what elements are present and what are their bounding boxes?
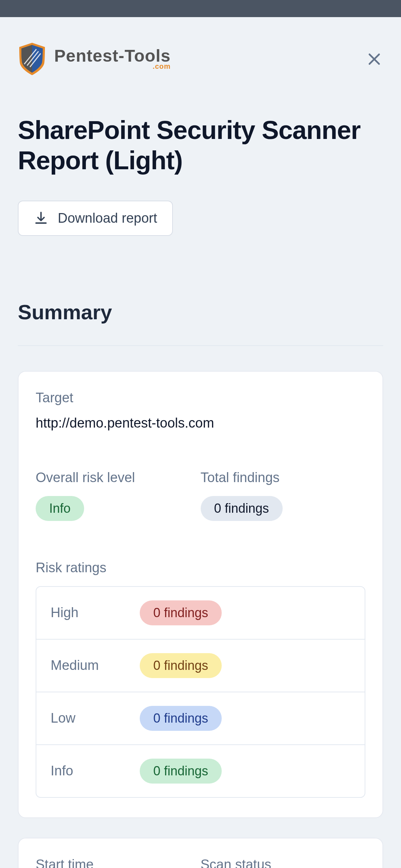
content-container: Pentest-Tools .com SharePoint Security S… bbox=[0, 17, 401, 868]
overall-risk-badge: Info bbox=[36, 496, 84, 521]
close-button[interactable] bbox=[365, 50, 383, 68]
risk-ratings-section: Risk ratings High0 findingsMedium0 findi… bbox=[36, 560, 365, 798]
risk-row: Medium0 findings bbox=[36, 640, 365, 692]
risk-ratings-table: High0 findingsMedium0 findingsLow0 findi… bbox=[36, 586, 365, 798]
risk-name: Medium bbox=[51, 658, 140, 673]
scan-status-label: Scan status bbox=[201, 857, 366, 868]
risk-name: Info bbox=[51, 763, 140, 779]
shield-icon bbox=[18, 42, 46, 76]
risk-name: High bbox=[51, 605, 140, 620]
brand-logo: Pentest-Tools .com bbox=[18, 42, 171, 76]
header-row: Pentest-Tools .com bbox=[18, 42, 383, 76]
brand-text: Pentest-Tools .com bbox=[54, 47, 171, 71]
download-report-button[interactable]: Download report bbox=[18, 201, 173, 236]
download-icon bbox=[34, 211, 48, 226]
summary-heading: Summary bbox=[18, 300, 383, 324]
start-time-label: Start time bbox=[36, 857, 201, 868]
risk-findings-row: Overall risk level Info Total findings 0… bbox=[36, 470, 365, 521]
close-icon bbox=[366, 51, 382, 67]
overall-risk-label: Overall risk level bbox=[36, 470, 201, 485]
divider bbox=[18, 345, 383, 346]
brand-suffix: .com bbox=[54, 62, 171, 71]
risk-ratings-label: Risk ratings bbox=[36, 560, 365, 575]
risk-name: Low bbox=[51, 711, 140, 726]
top-bar bbox=[0, 0, 401, 17]
meta-card: Start time Scan status bbox=[18, 838, 383, 868]
risk-findings-badge: 0 findings bbox=[140, 653, 222, 678]
download-label: Download report bbox=[58, 211, 157, 226]
total-findings-col: Total findings 0 findings bbox=[201, 470, 366, 521]
risk-row: High0 findings bbox=[36, 587, 365, 640]
risk-findings-badge: 0 findings bbox=[140, 706, 222, 731]
brand-name: Pentest-Tools bbox=[54, 47, 171, 64]
total-findings-label: Total findings bbox=[201, 470, 366, 485]
risk-row: Low0 findings bbox=[36, 692, 365, 745]
target-label: Target bbox=[36, 390, 365, 405]
overall-risk-col: Overall risk level Info bbox=[36, 470, 201, 521]
risk-findings-badge: 0 findings bbox=[140, 600, 222, 625]
target-value: http://demo.pentest-tools.com bbox=[36, 415, 365, 431]
total-findings-badge: 0 findings bbox=[201, 496, 283, 521]
risk-findings-badge: 0 findings bbox=[140, 759, 222, 784]
risk-row: Info0 findings bbox=[36, 745, 365, 797]
summary-card: Target http://demo.pentest-tools.com Ove… bbox=[18, 371, 383, 818]
page-title: SharePoint Security Scanner Report (Ligh… bbox=[18, 115, 383, 176]
start-time-col: Start time bbox=[36, 857, 201, 868]
scan-status-col: Scan status bbox=[201, 857, 366, 868]
